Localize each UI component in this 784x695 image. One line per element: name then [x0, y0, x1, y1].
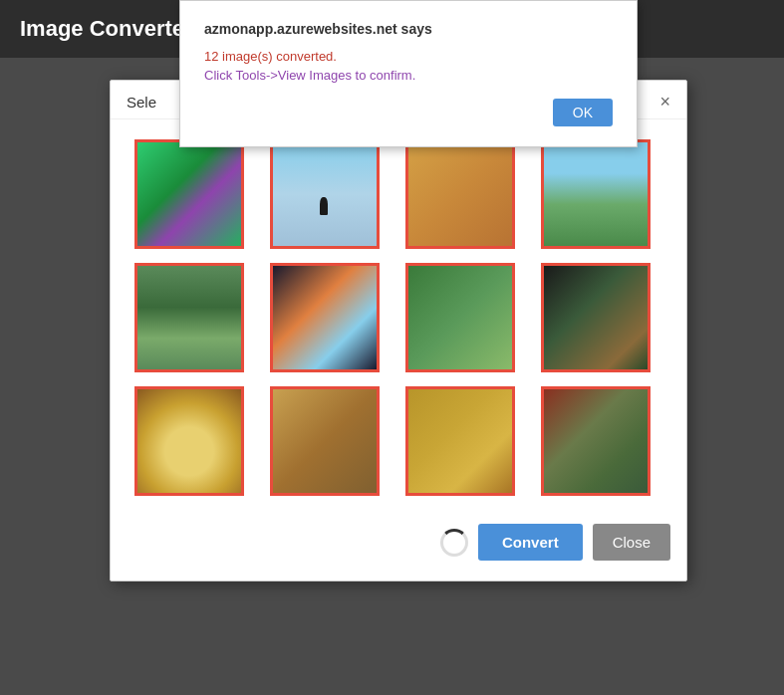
alert-ok-button[interactable]: OK [553, 99, 613, 126]
alert-dialog: azmonapp.azurewebsites.net says 12 image… [179, 0, 638, 147]
alert-message-line1: 12 image(s) converted. [204, 49, 613, 64]
alert-overlay: azmonapp.azurewebsites.net says 12 image… [0, 0, 784, 695]
alert-title: azmonapp.azurewebsites.net says [204, 21, 613, 37]
alert-message-line2: Click Tools->View Images to confirm. [204, 68, 613, 83]
